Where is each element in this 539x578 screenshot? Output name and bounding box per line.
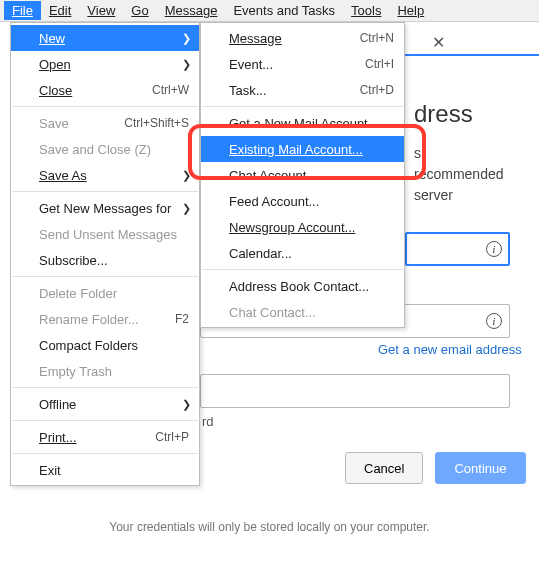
- new-task[interactable]: Task... Ctrl+D: [201, 77, 404, 103]
- page-title: dress: [414, 100, 473, 128]
- info-icon[interactable]: i: [486, 313, 502, 329]
- file-exit[interactable]: Exit: [11, 457, 199, 483]
- file-empty-trash: Empty Trash: [11, 358, 199, 384]
- new-event[interactable]: Event... Ctrl+I: [201, 51, 404, 77]
- new-address-book-contact[interactable]: Address Book Contact...: [201, 273, 404, 299]
- chevron-right-icon: ❯: [182, 32, 191, 45]
- menu-view[interactable]: View: [79, 1, 123, 20]
- menu-events[interactable]: Events and Tasks: [225, 1, 343, 20]
- file-save-as[interactable]: Save As ❯: [11, 162, 199, 188]
- footer-note: Your credentials will only be stored loc…: [0, 520, 539, 534]
- file-send-unsent: Send Unsent Messages: [11, 221, 199, 247]
- file-open[interactable]: Open ❯: [11, 51, 199, 77]
- password-label-frag: rd: [202, 414, 214, 429]
- continue-button[interactable]: Continue: [435, 452, 525, 484]
- file-print[interactable]: Print... Ctrl+P: [11, 424, 199, 450]
- menu-edit[interactable]: Edit: [41, 1, 79, 20]
- tab-close-icon[interactable]: ✕: [432, 33, 445, 52]
- chevron-right-icon: ❯: [182, 398, 191, 411]
- file-new[interactable]: New ❯: [11, 25, 199, 51]
- new-feed-account[interactable]: Feed Account...: [201, 188, 404, 214]
- file-subscribe[interactable]: Subscribe...: [11, 247, 199, 273]
- chevron-right-icon: ❯: [182, 202, 191, 215]
- info-icon[interactable]: i: [486, 241, 502, 257]
- new-get-mail-account[interactable]: Get a New Mail Account...: [201, 110, 404, 136]
- file-compact[interactable]: Compact Folders: [11, 332, 199, 358]
- new-message[interactable]: Message Ctrl+N: [201, 25, 404, 51]
- new-chat-contact: Chat Contact...: [201, 299, 404, 325]
- page-subtitle: s. recommended server: [414, 143, 539, 206]
- file-rename-folder: Rename Folder... F2: [11, 306, 199, 332]
- new-submenu: Message Ctrl+N Event... Ctrl+I Task... C…: [200, 22, 405, 328]
- name-input-wrapper: i: [405, 232, 510, 266]
- chevron-right-icon: ❯: [182, 58, 191, 71]
- file-save: Save Ctrl+Shift+S: [11, 110, 199, 136]
- new-existing-mail-account[interactable]: Existing Mail Account...: [201, 136, 404, 162]
- menu-go[interactable]: Go: [123, 1, 156, 20]
- file-get-new-messages[interactable]: Get New Messages for ❯: [11, 195, 199, 221]
- cancel-button[interactable]: Cancel: [345, 452, 423, 484]
- file-save-close: Save and Close (Z): [11, 136, 199, 162]
- menubar: File Edit View Go Message Events and Tas…: [0, 0, 539, 22]
- new-calendar[interactable]: Calendar...: [201, 240, 404, 266]
- menu-message[interactable]: Message: [157, 1, 226, 20]
- get-new-email-link[interactable]: Get a new email address: [378, 342, 522, 357]
- file-dropdown: New ❯ Open ❯ Close Ctrl+W Save Ctrl+Shif…: [10, 22, 200, 486]
- file-offline[interactable]: Offline ❯: [11, 391, 199, 417]
- menu-help[interactable]: Help: [389, 1, 432, 20]
- chevron-right-icon: ❯: [182, 169, 191, 182]
- new-chat-account[interactable]: Chat Account...: [201, 162, 404, 188]
- password-input[interactable]: [200, 374, 510, 408]
- file-close[interactable]: Close Ctrl+W: [11, 77, 199, 103]
- file-delete-folder: Delete Folder: [11, 280, 199, 306]
- menu-file[interactable]: File: [4, 1, 41, 20]
- new-newsgroup-account[interactable]: Newsgroup Account...: [201, 214, 404, 240]
- menu-tools[interactable]: Tools: [343, 1, 389, 20]
- password-input-wrapper: [200, 374, 510, 408]
